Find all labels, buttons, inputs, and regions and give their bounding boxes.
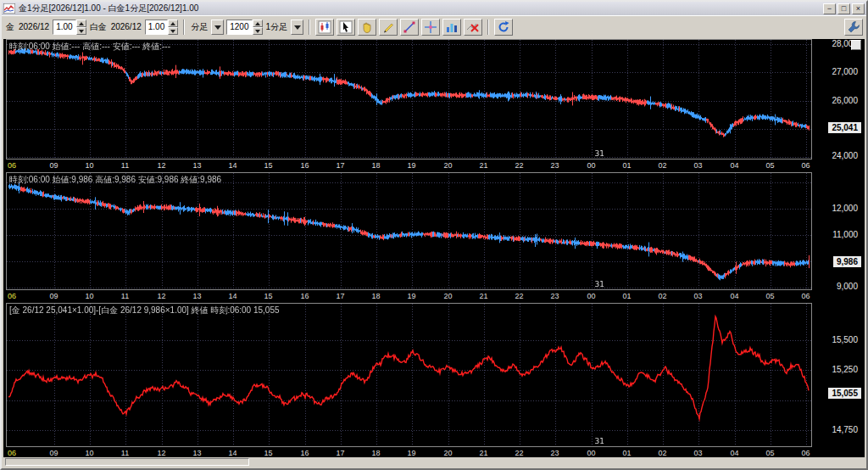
delete-icon [466,20,480,34]
platinum-ratio-field[interactable]: 1.00 [145,20,168,35]
spread-chart-canvas[interactable] [7,304,811,446]
crosshair-tool-button[interactable] [421,19,440,36]
x-axis-label: 12 [157,449,165,457]
chart-area: 時刻:06:00 始値:--- 高値:--- 安値:--- 終値:--- 060… [3,39,865,457]
chart-type-button[interactable] [315,19,334,36]
delete-drawing-button[interactable] [464,19,482,36]
wrench-icon [847,20,860,34]
gold-plot: 時刻:06:00 始値:--- 高値:--- 安値:--- 終値:--- [6,39,812,159]
x-axis-label: 02 [658,449,666,457]
platinum-ratio-up-button[interactable] [168,20,178,27]
app-icon [3,3,15,14]
platinum-label: 白金 [90,21,107,33]
x-axis-label: 09 [49,292,58,300]
platinum-chart-canvas[interactable] [7,173,811,289]
platinum-x-axis: 0609101112131415161718192021222300010203… [6,291,812,302]
x-axis-label: 22 [515,449,523,457]
spread-chart-panel: [金 26/12 25,041×1.00]-[白金 26/12 9,986×1.… [6,303,863,459]
x-axis-label: 18 [371,161,380,170]
gold-y-axis: 28,00027,00026,00024,00025,041 [814,39,863,171]
chart-type-icon [318,20,331,34]
x-axis-label: 15 [264,292,272,300]
x-axis-label: 19 [407,292,415,300]
hand-icon [360,20,374,34]
gold-label: 金 [6,21,14,33]
gold-info-line: 時刻:06:00 始値:--- 高値:--- 安値:--- 終値:--- [9,41,170,53]
x-axis-label: 15 [264,161,272,170]
status-message-box [5,458,249,466]
x-axis-label: 10 [85,292,93,300]
x-axis-label: 14 [228,449,236,457]
spread-info-line: [金 26/12 25,041×1.00]-[白金 26/12 9,986×1.… [9,305,280,316]
title-bar: 金1分足[2026/12]1.00 - 白金1分足[2026/12]1.00 −… [2,2,866,15]
x-axis-label: 05 [765,449,774,457]
x-axis-label: 12 [157,292,165,300]
pencil-tool-button[interactable] [379,19,398,36]
x-axis-label: 23 [550,161,559,170]
hand-tool-button[interactable] [358,19,376,36]
bar-count-up-button[interactable] [253,20,263,27]
x-axis-label: 06 [801,449,810,457]
close-button[interactable]: × [852,3,865,14]
bar-type-label: 分足 [191,21,208,33]
x-axis-label: 01 [622,292,631,300]
spread-y-axis: 15,50015,25014,75015,055 [814,303,863,459]
platinum-ratio-down-button[interactable] [168,27,178,35]
platinum-ratio-spinner: 1.00 [145,20,178,35]
x-axis-label: 06 [8,449,16,457]
y-axis-tick-label: 12,000 [832,204,858,213]
x-axis-label: 04 [730,161,738,170]
bar-interval-dropdown[interactable] [291,20,303,35]
x-axis-label: 15 [264,449,272,457]
refresh-icon [497,20,510,34]
x-axis-label: 20 [443,161,452,170]
x-axis-label: 02 [658,292,666,300]
bar-interval-label: 1分足 [266,21,288,33]
x-axis-label: 20 [443,292,452,300]
x-axis-label: 23 [550,292,559,300]
refresh-button[interactable] [494,19,513,36]
x-axis-label: 00 [587,292,595,300]
status-bar [3,457,865,467]
x-axis-label: 16 [300,449,309,457]
bar-type-dropdown[interactable] [211,20,224,35]
trendline-tool-button[interactable] [400,19,419,36]
gold-ratio-up-button[interactable] [76,20,86,27]
x-axis-label: 11 [121,292,129,300]
gold-ratio-down-button[interactable] [76,27,86,35]
last-price-badge: 15,055 [828,388,861,399]
x-axis-label: 20 [443,449,452,457]
platinum-plot: 時刻:06:00 始値:9,986 高値:9,986 安値:9,986 終値:9… [6,172,812,290]
bar-count-down-button[interactable] [253,27,263,35]
panel-corner-button[interactable] [851,40,861,50]
x-axis-label: 11 [121,449,129,457]
indicator-button[interactable] [442,19,461,36]
x-axis-label: 06 [801,161,810,170]
x-axis-label: 17 [336,161,344,170]
x-axis-label: 09 [49,449,58,457]
x-axis-label: 04 [730,449,738,457]
x-axis-label: 00 [587,449,595,457]
maximize-button[interactable]: □ [837,3,850,14]
platinum-info-line: 時刻:06:00 始値:9,986 高値:9,986 安値:9,986 終値:9… [9,174,221,186]
y-axis-tick-label: 9,000 [837,282,858,291]
x-axis-label: 17 [336,292,344,300]
y-axis-tick-label: 24,000 [832,151,858,160]
x-axis-label: 01 [622,449,631,457]
y-axis-tick-label: 15,500 [832,335,858,344]
pencil-icon [381,20,395,34]
select-tool-button[interactable] [337,19,355,36]
gold-ratio-field[interactable]: 1.00 [53,20,75,35]
x-axis-label: 14 [228,161,236,170]
x-axis-label: 05 [765,161,774,170]
platinum-chart-panel: 時刻:06:00 始値:9,986 高値:9,986 安値:9,986 終値:9… [6,172,863,302]
app-window: 金1分足[2026/12]1.00 - 白金1分足[2026/12]1.00 −… [0,0,868,470]
bar-count-field[interactable]: 1200 [226,20,252,35]
gold-chart-canvas[interactable] [7,40,811,159]
settings-button[interactable] [844,19,863,36]
x-axis-label: 00 [587,161,595,170]
x-axis-label: 03 [693,292,702,300]
minimize-button[interactable]: − [823,3,836,14]
gold-chart-panel: 時刻:06:00 始値:--- 高値:--- 安値:--- 終値:--- 060… [6,39,863,171]
x-axis-label: 03 [693,449,702,457]
